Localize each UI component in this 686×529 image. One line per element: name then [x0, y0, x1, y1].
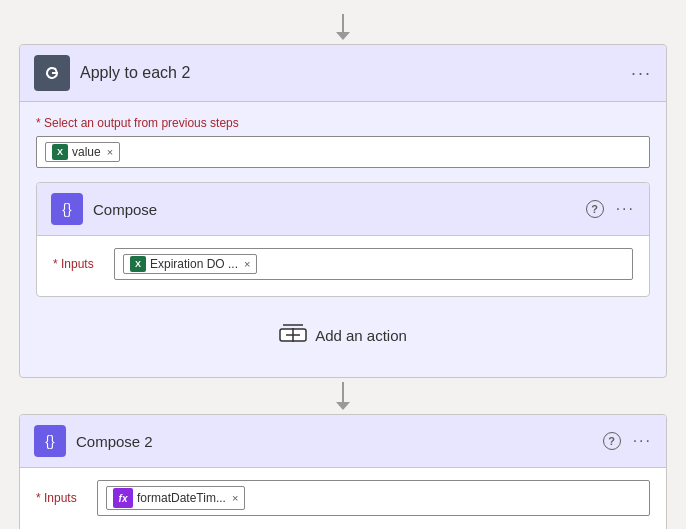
- middle-arrow: [336, 402, 350, 410]
- top-connector: [336, 14, 350, 40]
- value-token-text: value: [72, 145, 101, 159]
- connector-arrow: [336, 32, 350, 40]
- compose-block: {} Compose ? ··· * Inputs X Expiration D…: [36, 182, 650, 297]
- compose-inputs-row: * Inputs X Expiration DO ... ×: [53, 248, 633, 280]
- compose2-icon: {}: [34, 425, 66, 457]
- middle-connector: [336, 382, 350, 410]
- fx-icon: fx: [113, 488, 133, 508]
- compose-help-icon[interactable]: ?: [586, 200, 604, 218]
- select-output-input[interactable]: X value ×: [36, 136, 650, 168]
- compose-header-actions: ? ···: [586, 200, 635, 218]
- compose2-inputs-row: * Inputs fx formatDateTim... ×: [36, 480, 650, 516]
- compose2-block: {} Compose 2 ? ··· * Inputs fx formatDat…: [19, 414, 667, 529]
- compose-more-menu[interactable]: ···: [616, 200, 635, 218]
- apply-title: Apply to each 2: [80, 64, 621, 82]
- apply-to-each-block: Apply to each 2 ··· * Select an output f…: [19, 44, 667, 378]
- excel-icon: X: [52, 144, 68, 160]
- compose2-body: * Inputs fx formatDateTim... ×: [20, 468, 666, 529]
- compose-icon: {}: [51, 193, 83, 225]
- expiration-token: X Expiration DO ... ×: [123, 254, 257, 274]
- apply-body: * Select an output from previous steps X…: [20, 102, 666, 377]
- add-action-label[interactable]: Add an action: [315, 327, 407, 344]
- compose-body: * Inputs X Expiration DO ... ×: [37, 236, 649, 296]
- add-action-container[interactable]: Add an action: [36, 321, 650, 349]
- select-output-label: * Select an output from previous steps: [36, 116, 650, 130]
- compose-header: {} Compose ? ···: [37, 183, 649, 236]
- compose2-help-icon[interactable]: ?: [603, 432, 621, 450]
- compose2-inputs-field[interactable]: fx formatDateTim... ×: [97, 480, 650, 516]
- connector-line: [342, 14, 344, 32]
- compose2-title: Compose 2: [76, 433, 593, 450]
- compose2-more-menu[interactable]: ···: [633, 432, 652, 450]
- value-token-close[interactable]: ×: [107, 146, 113, 158]
- compose-excel-icon: X: [130, 256, 146, 272]
- value-token: X value ×: [45, 142, 120, 162]
- compose-title: Compose: [93, 201, 576, 218]
- formatdatetime-token-close[interactable]: ×: [232, 492, 238, 504]
- middle-line: [342, 382, 344, 402]
- compose-inputs-label: * Inputs: [53, 257, 98, 271]
- compose2-icon-text: {}: [45, 433, 54, 449]
- compose2-header-actions: ? ···: [603, 432, 652, 450]
- compose2-header: {} Compose 2 ? ···: [20, 415, 666, 468]
- formatdatetime-token-text: formatDateTim...: [137, 491, 226, 505]
- compose-inputs-field[interactable]: X Expiration DO ... ×: [114, 248, 633, 280]
- compose2-inputs-label: * Inputs: [36, 491, 81, 505]
- add-action-icon: [279, 321, 307, 349]
- apply-more-menu[interactable]: ···: [631, 63, 652, 84]
- formatdatetime-token: fx formatDateTim... ×: [106, 486, 245, 510]
- expiration-token-close[interactable]: ×: [244, 258, 250, 270]
- compose-icon-text: {}: [62, 201, 71, 217]
- apply-icon: [34, 55, 70, 91]
- apply-header: Apply to each 2 ···: [20, 45, 666, 102]
- expiration-token-text: Expiration DO ...: [150, 257, 238, 271]
